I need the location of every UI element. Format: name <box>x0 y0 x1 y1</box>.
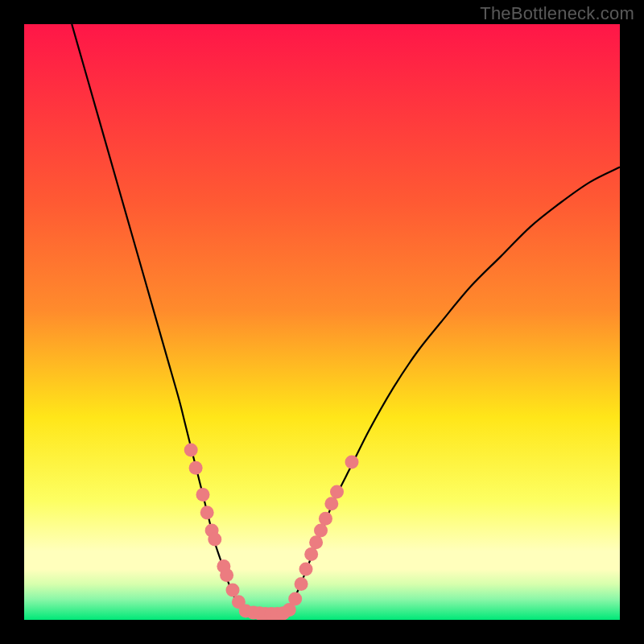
data-marker <box>295 577 308 591</box>
data-marker <box>299 563 313 576</box>
data-marker <box>319 512 332 526</box>
watermark-text: TheBottleneck.com <box>480 3 634 24</box>
data-marker <box>330 485 344 498</box>
data-marker <box>184 444 198 457</box>
data-marker <box>309 535 323 549</box>
chart-svg <box>24 24 620 620</box>
data-marker <box>189 461 203 475</box>
data-marker <box>208 533 221 547</box>
data-marker <box>220 568 233 582</box>
data-marker <box>304 547 318 561</box>
data-marker <box>288 592 302 606</box>
chart-frame: TheBottleneck.com <box>0 0 644 644</box>
data-marker <box>324 497 338 510</box>
plot-area <box>24 24 620 620</box>
data-marker <box>345 455 359 469</box>
data-marker <box>314 524 328 538</box>
data-marker <box>200 506 214 519</box>
data-marker <box>196 488 210 502</box>
data-marker <box>226 584 240 597</box>
